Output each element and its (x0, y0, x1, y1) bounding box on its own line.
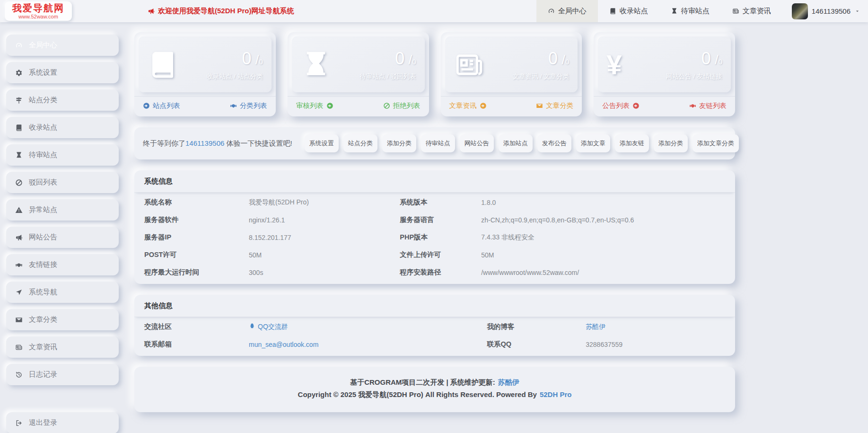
username: 1461139506 (812, 7, 850, 15)
stat-total: 0 (412, 58, 416, 66)
info-row: 联系邮箱 mun_sea@outlook.com 联系QQ 3288637559 (134, 336, 735, 353)
maintainer-link[interactable]: 苏酷伊 (498, 378, 519, 386)
nav-item-articles[interactable]: 文章资讯 (721, 0, 782, 22)
quick-button-add-site[interactable]: 添加站点 (499, 134, 533, 152)
stat-card-articles: 0/0 文章资讯 / 文章分类 文章资讯 文章分类 (441, 32, 582, 116)
sidebar-item-system-settings[interactable]: 系统设置 (6, 62, 119, 83)
article-category-link[interactable]: 文章分类 (536, 101, 573, 110)
username-link[interactable]: 1461139506 (185, 139, 224, 147)
sidebar-item-included-sites[interactable]: 收录站点 (6, 117, 119, 138)
logo[interactable]: 我爱导航网 www.52waw.com (5, 1, 72, 21)
info-row: 交流社区 QQ交流群 我的博客 苏酷伊 (134, 318, 735, 336)
stat-links: 审核列表 拒绝列表 (288, 96, 429, 116)
stat-total: 0 (259, 58, 263, 66)
sidebar-item-site-announcements[interactable]: 网站公告 (6, 227, 119, 248)
sidebar-item-logout[interactable]: 退出登录 (6, 412, 119, 433)
quick-button-add-article-category[interactable]: 添加文章分类 (693, 134, 739, 152)
sidebar-item-friend-links[interactable]: 友情链接 (6, 254, 119, 275)
nav-item-label: 待审站点 (681, 7, 710, 16)
stats-row: 0/0 收录站点 / 站点分类 站点列表 分类列表 (134, 32, 735, 116)
nav-item-included-sites[interactable]: 收录站点 (598, 0, 659, 22)
stat-links: 站点列表 分类列表 (134, 96, 276, 116)
sign-out-icon (15, 419, 23, 427)
avatar[interactable] (792, 3, 808, 19)
quick-button-system-settings[interactable]: 系统设置 (305, 134, 339, 152)
blog-link[interactable]: 苏酷伊 (586, 323, 725, 331)
quick-button-add-friend-link[interactable]: 添加友链 (615, 134, 649, 152)
hourglass-icon (15, 151, 23, 159)
announcement-list-link[interactable]: 公告列表 (602, 101, 640, 110)
arrow-circle-right-icon (143, 102, 150, 109)
quick-button-site-categories[interactable]: 站点分类 (343, 134, 377, 152)
quick-button-site-announcements[interactable]: 网站公告 (460, 134, 494, 152)
sidebar-item-log-records[interactable]: 日志记录 (6, 364, 119, 385)
arrow-circle-right-icon (480, 102, 487, 109)
sidebar-item-label: 退出登录 (29, 418, 57, 427)
powered-by-link[interactable]: 52DH Pro (540, 390, 572, 398)
info-row: 程序最大运行时间 300s 程序安装路径 /www/wwwroot/www.52… (134, 264, 735, 281)
stat-total: 0 (719, 58, 722, 66)
stat-card-included-sites: 0/0 收录站点 / 站点分类 站点列表 分类列表 (134, 32, 276, 116)
quick-button-add-article[interactable]: 添加文章 (576, 134, 610, 152)
announcement: 欢迎使用我爱导航(52DH Pro)网址导航系统 (148, 7, 294, 16)
quick-button-publish-announcement[interactable]: 发布公告 (537, 134, 571, 152)
gear-icon (15, 69, 23, 77)
sidebar-item-label: 文章资讯 (29, 343, 57, 352)
sidebar-item-label: 站点分类 (29, 96, 57, 105)
map-signs-icon (15, 97, 23, 104)
nav-item-label: 收录站点 (620, 7, 648, 16)
stat-body: 0/0 文章资讯 / 文章分类 (445, 36, 578, 92)
quick-button-add-category[interactable]: 添加分类 (382, 134, 416, 152)
stat-links: 文章资讯 文章分类 (441, 96, 582, 116)
sidebar-item-abnormal-sites[interactable]: 异常站点 (6, 199, 119, 221)
site-list-link[interactable]: 站点列表 (143, 101, 180, 110)
newspaper-icon (732, 8, 739, 15)
chevron-down-icon (854, 8, 860, 14)
quick-button-add-category-2[interactable]: 添加分类 (654, 134, 688, 152)
stat-count: 0 (701, 49, 711, 68)
reject-list-link[interactable]: 拒绝列表 (383, 101, 421, 110)
info-row: POST许可 50M 文件上传许可 50M (134, 246, 735, 264)
qq-group-link[interactable]: QQ交流群 (249, 323, 487, 331)
article-list-link[interactable]: 文章资讯 (449, 101, 487, 110)
contact-email-link[interactable]: mun_sea@outlook.com (249, 341, 487, 348)
category-list-link[interactable]: 分类列表 (230, 101, 267, 110)
quick-button-pending-sites[interactable]: 待审站点 (421, 134, 455, 152)
history-icon (15, 371, 23, 379)
sidebar-item-rejected-list[interactable]: 驳回列表 (6, 172, 119, 193)
footer-line-2: Copyright © 2025 我爱导航(52DH Pro) All Righ… (139, 389, 730, 401)
stat-caption: 网站公告 / 友情链接 (666, 72, 722, 81)
newspaper-icon (454, 49, 485, 80)
arrow-circle-right-icon (326, 102, 333, 109)
sidebar-item-global-center[interactable]: 全局中心 (6, 35, 119, 56)
sidebar-item-articles[interactable]: 文章资讯 (6, 336, 119, 358)
sidebar-item-label: 友情链接 (29, 260, 57, 269)
stat-body: ¥ 0/0 网站公告 / 友情链接 (598, 36, 731, 92)
nav-item-global-center[interactable]: 全局中心 (536, 0, 598, 22)
user-menu[interactable]: 1461139506 (782, 3, 868, 19)
sidebar-item-site-categories[interactable]: 站点分类 (6, 89, 119, 111)
hourglass-icon (671, 8, 678, 15)
hourglass-icon (300, 49, 332, 80)
sidebar-item-label: 文章分类 (29, 315, 57, 324)
location-arrow-icon (15, 289, 23, 296)
sidebar-item-label: 收录站点 (29, 123, 57, 132)
stat-body: 0/0 待审站点 / 驳回列表 (292, 36, 425, 92)
sidebar-item-system-navigation[interactable]: 系统导航 (6, 282, 119, 303)
stat-card-pending-sites: 0/0 待审站点 / 驳回列表 审核列表 拒绝列表 (288, 32, 429, 116)
panel-title: 系统信息 (134, 170, 735, 193)
sidebar: 全局中心 系统设置 站点分类 收录站点 待审站点 驳回列表 异常站点 网站公告 (0, 22, 126, 433)
stat-figures: 0/0 收录站点 / 站点分类 (206, 49, 263, 81)
sidebar-item-article-categories[interactable]: 文章分类 (6, 309, 119, 330)
footer-line-1: 基于CROGRAM项目二次开发 | 系统维护更新:苏酷伊 (139, 376, 730, 389)
qq-icon (249, 323, 255, 329)
panel-body: 交流社区 QQ交流群 我的博客 苏酷伊 联系邮箱 mun_sea@outlook… (134, 317, 735, 356)
stat-caption: 收录站点 / 站点分类 (206, 72, 263, 81)
warning-icon (15, 206, 23, 214)
stat-caption: 待审站点 / 驳回列表 (359, 72, 416, 81)
logo-subtitle: www.52waw.com (12, 14, 64, 19)
sidebar-item-pending-sites[interactable]: 待审站点 (6, 144, 119, 166)
friend-link-list-link[interactable]: 友链列表 (689, 101, 727, 110)
nav-item-pending-sites[interactable]: 待审站点 (659, 0, 721, 22)
review-list-link[interactable]: 审核列表 (296, 101, 333, 110)
